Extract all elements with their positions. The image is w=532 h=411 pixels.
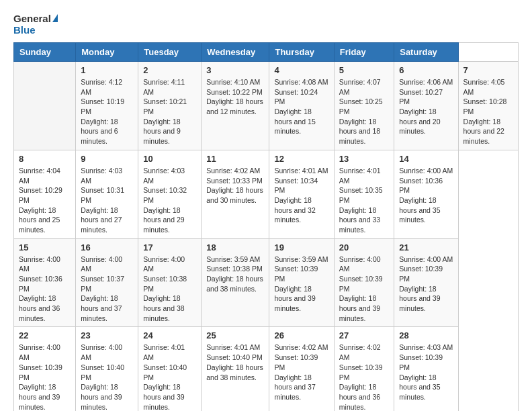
day-number: 24 bbox=[143, 330, 196, 340]
col-header-friday: Friday bbox=[334, 43, 394, 62]
day-info: Sunrise: 4:02 AMSunset: 10:39 PMDaylight… bbox=[274, 342, 328, 402]
day-number: 20 bbox=[339, 242, 389, 253]
logo: General Blue bbox=[13, 13, 58, 36]
day-number: 26 bbox=[274, 330, 328, 340]
day-number: 17 bbox=[143, 242, 196, 253]
calendar-cell: 25Sunrise: 4:01 AMSunset: 10:40 PMDaylig… bbox=[202, 327, 269, 411]
day-number: 22 bbox=[19, 330, 71, 340]
calendar-cell: 8Sunrise: 4:04 AMSunset: 10:29 PMDayligh… bbox=[14, 150, 76, 238]
calendar-cell: 27Sunrise: 4:02 AMSunset: 10:39 PMDaylig… bbox=[334, 327, 394, 411]
col-header-saturday: Saturday bbox=[394, 43, 458, 62]
week-row-3: 15Sunrise: 4:00 AMSunset: 10:36 PMDaylig… bbox=[14, 238, 519, 327]
day-info: Sunrise: 4:00 AMSunset: 10:39 PMDaylight… bbox=[339, 255, 389, 324]
calendar-cell: 13Sunrise: 4:01 AMSunset: 10:35 PMDaylig… bbox=[334, 150, 394, 238]
day-info: Sunrise: 4:01 AMSunset: 10:40 PMDaylight… bbox=[206, 342, 264, 382]
day-number: 1 bbox=[81, 65, 133, 75]
day-number: 19 bbox=[274, 242, 328, 253]
week-row-1: 1Sunrise: 4:12 AMSunset: 10:19 PMDayligh… bbox=[14, 62, 519, 150]
col-header-wednesday: Wednesday bbox=[202, 43, 269, 62]
calendar-cell: 1Sunrise: 4:12 AMSunset: 10:19 PMDayligh… bbox=[76, 62, 138, 150]
day-info: Sunrise: 4:00 AMSunset: 10:39 PMDaylight… bbox=[399, 255, 453, 314]
calendar-cell: 4Sunrise: 4:08 AMSunset: 10:24 PMDayligh… bbox=[269, 62, 334, 150]
day-number: 3 bbox=[206, 65, 264, 75]
day-info: Sunrise: 4:02 AMSunset: 10:33 PMDaylight… bbox=[206, 166, 264, 205]
calendar-cell: 22Sunrise: 4:00 AMSunset: 10:39 PMDaylig… bbox=[14, 327, 76, 411]
day-info: Sunrise: 4:06 AMSunset: 10:27 PMDaylight… bbox=[399, 77, 453, 136]
day-info: Sunrise: 4:03 AMSunset: 10:32 PMDaylight… bbox=[143, 166, 196, 235]
calendar-cell: 19Sunrise: 3:59 AMSunset: 10:39 PMDaylig… bbox=[269, 238, 334, 327]
day-number: 12 bbox=[274, 154, 328, 164]
day-number: 14 bbox=[399, 154, 453, 164]
day-info: Sunrise: 4:11 AMSunset: 10:21 PMDaylight… bbox=[143, 77, 196, 146]
day-info: Sunrise: 4:12 AMSunset: 10:19 PMDaylight… bbox=[81, 77, 133, 146]
day-info: Sunrise: 4:00 AMSunset: 10:39 PMDaylight… bbox=[19, 342, 71, 411]
day-number: 7 bbox=[463, 65, 513, 75]
calendar-cell: 9Sunrise: 4:03 AMSunset: 10:31 PMDayligh… bbox=[76, 150, 138, 238]
day-number: 5 bbox=[339, 65, 389, 75]
day-info: Sunrise: 3:59 AMSunset: 10:38 PMDaylight… bbox=[206, 255, 264, 294]
day-info: Sunrise: 4:00 AMSunset: 10:38 PMDaylight… bbox=[143, 255, 196, 324]
day-info: Sunrise: 4:01 AMSunset: 10:35 PMDaylight… bbox=[339, 166, 389, 235]
day-number: 9 bbox=[81, 154, 133, 164]
calendar-cell: 17Sunrise: 4:00 AMSunset: 10:38 PMDaylig… bbox=[138, 238, 202, 327]
calendar-cell: 18Sunrise: 3:59 AMSunset: 10:38 PMDaylig… bbox=[202, 238, 269, 327]
calendar-cell: 5Sunrise: 4:07 AMSunset: 10:25 PMDayligh… bbox=[334, 62, 394, 150]
day-number: 11 bbox=[206, 154, 264, 164]
day-info: Sunrise: 4:02 AMSunset: 10:39 PMDaylight… bbox=[339, 342, 389, 411]
day-number: 10 bbox=[143, 154, 196, 164]
calendar-cell: 12Sunrise: 4:01 AMSunset: 10:34 PMDaylig… bbox=[269, 150, 334, 238]
calendar-cell: 21Sunrise: 4:00 AMSunset: 10:39 PMDaylig… bbox=[394, 238, 458, 327]
calendar-cell: 7Sunrise: 4:05 AMSunset: 10:28 PMDayligh… bbox=[458, 62, 518, 150]
day-info: Sunrise: 4:00 AMSunset: 10:40 PMDaylight… bbox=[81, 342, 133, 411]
col-header-thursday: Thursday bbox=[269, 43, 334, 62]
calendar-cell: 16Sunrise: 4:00 AMSunset: 10:37 PMDaylig… bbox=[76, 238, 138, 327]
col-header-sunday: Sunday bbox=[14, 43, 76, 62]
day-info: Sunrise: 4:05 AMSunset: 10:28 PMDaylight… bbox=[463, 77, 513, 146]
day-number: 13 bbox=[339, 154, 389, 164]
day-info: Sunrise: 4:03 AMSunset: 10:31 PMDaylight… bbox=[81, 166, 133, 235]
calendar-cell: 15Sunrise: 4:00 AMSunset: 10:36 PMDaylig… bbox=[14, 238, 76, 327]
day-info: Sunrise: 4:00 AMSunset: 10:37 PMDaylight… bbox=[81, 255, 133, 324]
calendar-cell: 2Sunrise: 4:11 AMSunset: 10:21 PMDayligh… bbox=[138, 62, 202, 150]
day-number: 2 bbox=[143, 65, 196, 75]
day-info: Sunrise: 4:00 AMSunset: 10:36 PMDaylight… bbox=[19, 255, 71, 324]
day-number: 16 bbox=[81, 242, 133, 253]
day-info: Sunrise: 4:01 AMSunset: 10:34 PMDaylight… bbox=[274, 166, 328, 225]
calendar-table: SundayMondayTuesdayWednesdayThursdayFrid… bbox=[13, 42, 519, 411]
day-number: 8 bbox=[19, 154, 71, 164]
day-number: 6 bbox=[399, 65, 453, 75]
week-row-4: 22Sunrise: 4:00 AMSunset: 10:39 PMDaylig… bbox=[14, 327, 519, 411]
logo-wordmark: General Blue bbox=[13, 13, 58, 36]
calendar-header-row: SundayMondayTuesdayWednesdayThursdayFrid… bbox=[14, 43, 519, 62]
logo-blue: Blue bbox=[13, 25, 58, 36]
calendar-cell: 3Sunrise: 4:10 AMSunset: 10:22 PMDayligh… bbox=[202, 62, 269, 150]
day-info: Sunrise: 4:01 AMSunset: 10:40 PMDaylight… bbox=[143, 342, 196, 411]
calendar-cell: 20Sunrise: 4:00 AMSunset: 10:39 PMDaylig… bbox=[334, 238, 394, 327]
calendar-cell: 28Sunrise: 4:03 AMSunset: 10:39 PMDaylig… bbox=[394, 327, 458, 411]
day-number: 23 bbox=[81, 330, 133, 340]
page-header: General Blue bbox=[13, 13, 519, 36]
calendar-cell: 14Sunrise: 4:00 AMSunset: 10:36 PMDaylig… bbox=[394, 150, 458, 238]
logo-general: General bbox=[13, 13, 58, 25]
day-info: Sunrise: 3:59 AMSunset: 10:39 PMDaylight… bbox=[274, 255, 328, 314]
day-info: Sunrise: 4:08 AMSunset: 10:24 PMDaylight… bbox=[274, 77, 328, 136]
day-number: 28 bbox=[399, 330, 453, 340]
day-info: Sunrise: 4:10 AMSunset: 10:22 PMDaylight… bbox=[206, 77, 264, 117]
week-row-2: 8Sunrise: 4:04 AMSunset: 10:29 PMDayligh… bbox=[14, 150, 519, 238]
day-info: Sunrise: 4:03 AMSunset: 10:39 PMDaylight… bbox=[399, 342, 453, 402]
day-info: Sunrise: 4:04 AMSunset: 10:29 PMDaylight… bbox=[19, 166, 71, 235]
day-number: 15 bbox=[19, 242, 71, 253]
col-header-monday: Monday bbox=[76, 43, 138, 62]
calendar-cell bbox=[14, 62, 76, 150]
col-header-tuesday: Tuesday bbox=[138, 43, 202, 62]
day-number: 18 bbox=[206, 242, 264, 253]
calendar-cell: 24Sunrise: 4:01 AMSunset: 10:40 PMDaylig… bbox=[138, 327, 202, 411]
day-info: Sunrise: 4:00 AMSunset: 10:36 PMDaylight… bbox=[399, 166, 453, 225]
calendar-cell: 11Sunrise: 4:02 AMSunset: 10:33 PMDaylig… bbox=[202, 150, 269, 238]
calendar-cell: 10Sunrise: 4:03 AMSunset: 10:32 PMDaylig… bbox=[138, 150, 202, 238]
day-number: 21 bbox=[399, 242, 453, 253]
day-number: 4 bbox=[274, 65, 328, 75]
calendar-cell: 6Sunrise: 4:06 AMSunset: 10:27 PMDayligh… bbox=[394, 62, 458, 150]
calendar-cell: 26Sunrise: 4:02 AMSunset: 10:39 PMDaylig… bbox=[269, 327, 334, 411]
day-number: 25 bbox=[206, 330, 264, 340]
